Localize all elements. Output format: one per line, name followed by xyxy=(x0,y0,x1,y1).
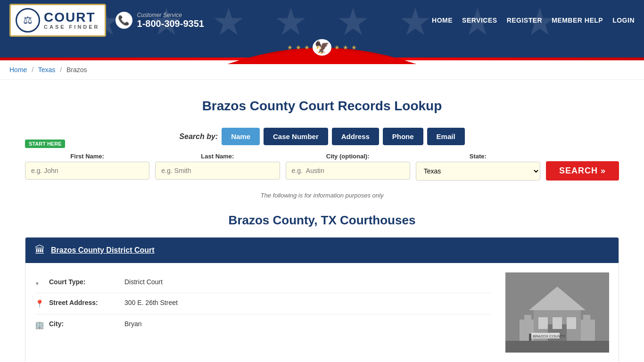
main-content: Brazos County Court Records Lookup Searc… xyxy=(16,80,628,362)
star-left-3: ★ xyxy=(304,44,310,51)
breadcrumb-sep-1: / xyxy=(32,66,33,74)
nav-login[interactable]: LOGIN xyxy=(612,16,635,24)
star-left-1: ★ xyxy=(287,44,293,51)
state-field: State: Texas Alabama Alaska California F… xyxy=(416,153,540,181)
svg-rect-9 xyxy=(553,317,562,329)
breadcrumb-sep-2: / xyxy=(60,66,62,74)
tab-address[interactable]: Address xyxy=(332,128,379,145)
courthouse-name-link[interactable]: Brazos County District Court xyxy=(51,246,155,255)
logo[interactable]: ⚖ COURT CASE FINDER xyxy=(9,4,106,37)
courthouse-info: ⬧ Court Type: District Court 📍 Street Ad… xyxy=(35,272,491,353)
courthouse-card-body: ⬧ Court Type: District Court 📍 Street Ad… xyxy=(25,263,619,362)
first-name-field: First Name: xyxy=(25,153,149,180)
nav-home[interactable]: HOME xyxy=(432,16,453,24)
search-button[interactable]: SEARCH » xyxy=(546,161,619,181)
svg-rect-10 xyxy=(505,341,609,353)
star-left-2: ★ xyxy=(296,44,301,51)
courthouse-svg: BRAZOS COUNTY xyxy=(505,272,609,353)
search-form-wrapper: START HERE First Name: Last Name: City (… xyxy=(25,153,619,181)
court-type-label: Court Type: xyxy=(49,278,120,286)
courthouses-title: Brazos County, TX Courthouses xyxy=(25,213,619,228)
breadcrumb-state[interactable]: Texas xyxy=(38,66,56,74)
logo-text: COURT CASE FINDER xyxy=(44,11,100,30)
city-label: City: xyxy=(49,320,120,328)
search-by-row: Search by: Name Case Number Address Phon… xyxy=(25,128,619,145)
start-here-badge: START HERE xyxy=(25,140,65,148)
first-name-input[interactable] xyxy=(25,162,149,180)
address-icon: 📍 xyxy=(35,299,44,308)
search-by-label: Search by: xyxy=(179,132,218,141)
tab-email[interactable]: Email xyxy=(427,128,465,145)
cs-phone: 1-800-309-9351 xyxy=(137,18,204,29)
court-type-row: ⬧ Court Type: District Court xyxy=(35,272,491,293)
breadcrumb-county: Brazos xyxy=(66,66,87,74)
state-label: State: xyxy=(416,153,540,160)
city-label: City (optional): xyxy=(286,153,410,160)
courthouse-card-header: 🏛 Brazos County District Court xyxy=(25,238,619,263)
svg-rect-8 xyxy=(567,317,576,329)
nav-services[interactable]: SERVICES xyxy=(462,16,497,24)
search-area: Search by: Name Case Number Address Phon… xyxy=(25,128,619,181)
logo-title: COURT xyxy=(44,11,100,24)
svg-rect-7 xyxy=(538,317,548,329)
search-arrows: » xyxy=(601,166,606,176)
main-nav: HOME SERVICES REGISTER MEMBER HELP LOGIN xyxy=(432,16,635,24)
city-value: Bryan xyxy=(124,320,142,328)
city-input[interactable] xyxy=(286,162,410,180)
address-value: 300 E. 26th Street xyxy=(124,299,178,306)
address-row: 📍 Street Address: 300 E. 26th Street xyxy=(35,293,491,314)
last-name-label: Last Name: xyxy=(155,153,280,160)
nav-register[interactable]: REGISTER xyxy=(507,16,543,24)
cs-details: Customer Service 1-800-309-9351 xyxy=(137,12,204,29)
nav-member-help[interactable]: MEMBER HELP xyxy=(552,16,603,24)
tab-phone[interactable]: Phone xyxy=(383,128,423,145)
star-right-2: ★ xyxy=(343,44,348,51)
svg-text:BRAZOS COUNTY: BRAZOS COUNTY xyxy=(533,334,566,338)
search-form: First Name: Last Name: City (optional): … xyxy=(25,153,619,181)
last-name-input[interactable] xyxy=(155,162,280,180)
info-note: The following is for information purpose… xyxy=(25,192,619,199)
city-field: City (optional): xyxy=(286,153,410,180)
court-type-value: District Court xyxy=(124,278,163,286)
breadcrumb-home[interactable]: Home xyxy=(9,66,27,74)
eagle-symbol: 🦅 xyxy=(313,39,331,56)
last-name-field: Last Name: xyxy=(155,153,280,180)
page-title: Brazos County Court Records Lookup xyxy=(25,99,619,114)
tab-case-number[interactable]: Case Number xyxy=(264,128,328,145)
city-icon: 🏢 xyxy=(35,321,44,329)
cs-label: Customer Service xyxy=(137,12,204,18)
first-name-label: First Name: xyxy=(25,153,149,160)
site-header: ★ ★ ★ ★ ★ ★ ★ ★ ⚖ COURT CASE FINDER 📞 Cu… xyxy=(0,0,644,41)
header-left: ⚖ COURT CASE FINDER 📞 Customer Service 1… xyxy=(9,4,204,37)
eagle-badge: ★ ★ ★ 🦅 ★ ★ ★ xyxy=(287,39,357,58)
courthouse-card: 🏛 Brazos County District Court ⬧ Court T… xyxy=(25,237,619,362)
star-right-3: ★ xyxy=(351,44,357,51)
court-type-icon: ⬧ xyxy=(35,279,44,287)
logo-subtitle: CASE FINDER xyxy=(44,24,100,30)
customer-service: 📞 Customer Service 1-800-309-9351 xyxy=(116,12,204,29)
address-label: Street Address: xyxy=(49,299,120,306)
star-right-1: ★ xyxy=(334,44,340,51)
svg-rect-11 xyxy=(529,334,531,341)
tab-name[interactable]: Name xyxy=(222,128,260,145)
phone-icon: 📞 xyxy=(116,12,132,29)
courthouse-img-placeholder: BRAZOS COUNTY xyxy=(505,272,609,353)
state-select[interactable]: Texas Alabama Alaska California Florida xyxy=(416,162,540,181)
logo-emblem: ⚖ xyxy=(16,8,40,33)
courthouse-image: BRAZOS COUNTY xyxy=(505,272,609,353)
city-row: 🏢 City: Bryan xyxy=(35,314,491,335)
search-button-label: SEARCH xyxy=(559,166,598,176)
arc-container: ★ ★ ★ 🦅 ★ ★ ★ xyxy=(0,41,644,58)
courthouse-icon: 🏛 xyxy=(35,244,45,256)
